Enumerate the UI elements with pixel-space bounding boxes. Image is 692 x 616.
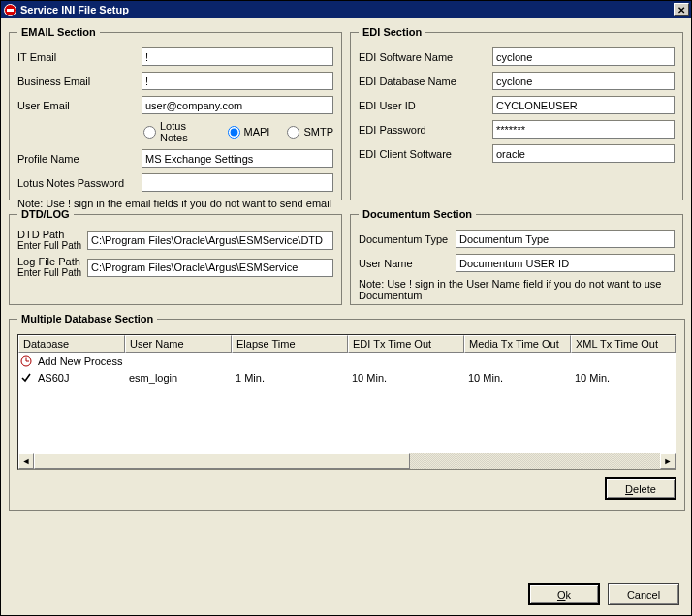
log-path-label: Log File Path Enter Full Path <box>17 257 87 278</box>
close-button[interactable]: ✕ <box>674 3 689 16</box>
dtd-path-label: DTD Path Enter Full Path <box>17 230 87 251</box>
cell-db: AS60J <box>34 371 125 385</box>
ok-button[interactable]: Ok <box>528 583 600 605</box>
documentum-section: Documentum Section Documentum Type User … <box>350 208 683 305</box>
it-email-input[interactable] <box>142 47 333 66</box>
edi-client-label: EDI Client Software <box>359 148 492 160</box>
scroll-right-button[interactable]: ► <box>660 453 676 469</box>
documentum-user-label: User Name <box>359 258 456 269</box>
clock-icon <box>18 355 34 367</box>
documentum-user-input[interactable] <box>456 254 675 272</box>
mapi-radio[interactable]: MAPI <box>228 126 270 139</box>
documentum-legend: Documentum Section <box>359 208 476 220</box>
dtd-log-section: DTD/LOG DTD Path Enter Full Path Log Fil… <box>9 208 342 305</box>
smtp-radio[interactable]: SMTP <box>287 126 333 139</box>
delete-button[interactable]: Delete <box>605 477 676 500</box>
edi-userid-input[interactable] <box>492 96 675 114</box>
svg-rect-1 <box>7 9 14 12</box>
lotus-password-label: Lotus Notes Password <box>17 177 142 189</box>
lotus-notes-radio[interactable]: Lotus Notes <box>143 120 210 143</box>
user-email-input[interactable] <box>142 96 333 114</box>
database-list[interactable]: Database User Name Elapse Time EDI Tx Ti… <box>17 334 676 470</box>
multi-legend: Multiple Database Section <box>17 313 157 324</box>
col-media-timeout[interactable]: Media Tx Time Out <box>464 335 571 353</box>
dtd-path-input[interactable] <box>87 231 333 250</box>
edi-password-label: EDI Password <box>359 124 492 136</box>
lotus-password-input[interactable] <box>142 173 333 192</box>
window-title: Service INI File Setup <box>20 4 674 15</box>
dtd-legend: DTD/LOG <box>17 208 74 220</box>
col-edi-timeout[interactable]: EDI Tx Time Out <box>348 335 464 353</box>
cell-xml: 10 Min. <box>571 371 676 385</box>
col-username[interactable]: User Name <box>125 335 232 353</box>
cell-elapse: 1 Min. <box>232 371 348 385</box>
edi-software-label: EDI Software Name <box>359 51 492 63</box>
cancel-button[interactable]: Cancel <box>608 583 679 605</box>
log-path-input[interactable] <box>87 259 333 277</box>
col-elapse[interactable]: Elapse Time <box>232 335 348 353</box>
col-xml-timeout[interactable]: XML Tx Time Out <box>571 335 676 353</box>
col-database[interactable]: Database <box>18 335 125 353</box>
edi-database-label: EDI Database Name <box>359 76 492 87</box>
edi-client-input[interactable] <box>492 144 675 163</box>
check-icon <box>18 372 34 384</box>
user-email-label: User Email <box>17 100 142 111</box>
scroll-left-button[interactable]: ◄ <box>18 453 34 469</box>
title-bar: Service INI File Setup ✕ <box>1 1 691 18</box>
scroll-thumb[interactable] <box>34 453 410 469</box>
email-section: EMAIL Section IT Email Business Email Us… <box>9 26 342 200</box>
profile-name-label: Profile Name <box>17 153 142 165</box>
it-email-label: IT Email <box>17 51 142 63</box>
email-legend: EMAIL Section <box>17 26 100 38</box>
edi-section: EDI Section EDI Software Name EDI Databa… <box>350 26 683 200</box>
business-email-input[interactable] <box>142 72 333 90</box>
edi-legend: EDI Section <box>359 26 425 38</box>
documentum-note: Note: Use ! sign in the User Name field … <box>359 278 675 301</box>
documentum-type-input[interactable] <box>456 230 675 248</box>
table-row[interactable]: AS60J esm_login 1 Min. 10 Min. 10 Min. 1… <box>18 369 676 385</box>
edi-software-input[interactable] <box>492 47 675 66</box>
edi-database-input[interactable] <box>492 72 675 90</box>
business-email-label: Business Email <box>17 76 142 87</box>
multiple-database-section: Multiple Database Section Database User … <box>9 313 685 511</box>
cell-edi: 10 Min. <box>348 371 464 385</box>
edi-userid-label: EDI User ID <box>359 100 492 111</box>
edi-password-input[interactable] <box>492 120 675 139</box>
profile-name-input[interactable] <box>142 149 333 168</box>
cell-user: esm_login <box>125 371 232 385</box>
cell-media: 10 Min. <box>464 371 571 385</box>
app-icon <box>3 3 16 16</box>
add-new-process-row[interactable]: Add New Process <box>18 353 676 369</box>
list-header: Database User Name Elapse Time EDI Tx Ti… <box>18 335 676 353</box>
horizontal-scrollbar[interactable]: ◄ ► <box>18 453 676 469</box>
documentum-type-label: Documentum Type <box>359 233 456 245</box>
